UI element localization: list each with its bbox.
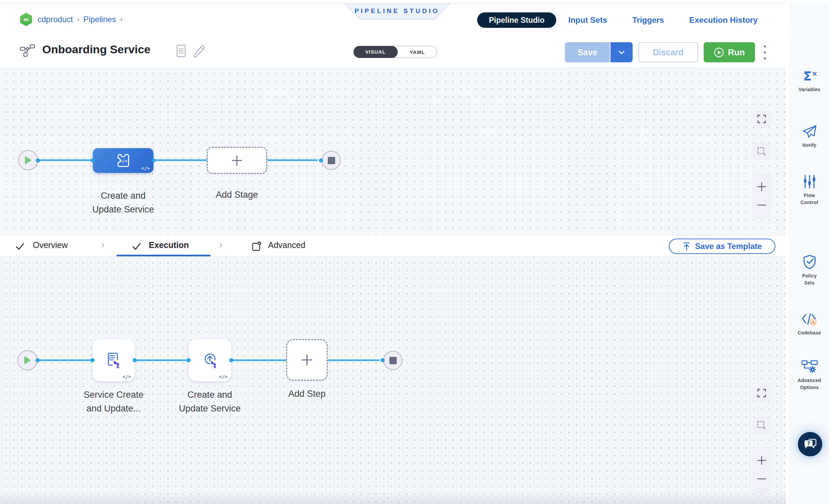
- connector-port[interactable]: [91, 158, 95, 163]
- toggle-visual[interactable]: VISUAL: [354, 46, 398, 58]
- edge-line: [328, 360, 380, 361]
- run-button[interactable]: Run: [704, 42, 755, 62]
- code-badge: </>: [219, 374, 227, 379]
- policy-shield-check-icon: [802, 255, 817, 269]
- active-tab-underline: [117, 255, 210, 256]
- chevron-right-icon: ›: [77, 15, 79, 24]
- sidebar-item-variables[interactable]: Σ × Variables: [790, 69, 829, 93]
- canvas-bottom-shadow: [0, 490, 786, 504]
- connector-port[interactable]: [381, 358, 385, 362]
- tab-execution[interactable]: Execution: [149, 240, 189, 250]
- add-step-button[interactable]: [286, 339, 328, 381]
- edge-line: [153, 159, 207, 161]
- chevron-right-icon: ›: [101, 239, 105, 251]
- check-icon: [132, 242, 141, 251]
- execution-canvas[interactable]: </> </>: [0, 257, 786, 504]
- tab-pipeline-studio[interactable]: Pipeline Studio: [477, 12, 556, 28]
- save-button[interactable]: Save: [565, 42, 610, 62]
- plus-icon: [300, 353, 314, 367]
- zoom-out-icon[interactable]: [756, 473, 767, 484]
- variables-sigma-icon: Σ ×: [801, 69, 818, 83]
- zoom-controls[interactable]: [753, 173, 771, 218]
- stop-icon: [328, 157, 335, 164]
- help-chat-button[interactable]: ?: [798, 432, 822, 457]
- sidebar-item-codebase[interactable]: Codebase: [790, 312, 829, 336]
- advanced-options-flowchart-gear-icon: [801, 359, 818, 374]
- breadcrumb-project[interactable]: cdproduct: [38, 15, 73, 24]
- tab-overview[interactable]: Overview: [33, 240, 68, 250]
- step-node-create-update-service[interactable]: </>: [189, 339, 231, 381]
- stage-node-create-and-update-service[interactable]: </> </>: [93, 148, 153, 173]
- connector-port[interactable]: [151, 158, 155, 163]
- connector-port[interactable]: [319, 158, 323, 163]
- save-as-template-button[interactable]: Save as Template: [669, 239, 776, 254]
- stage-canvas[interactable]: </> </> Create and Update Service Add St…: [0, 67, 786, 235]
- harness-cd-logo-icon[interactable]: ∞: [20, 13, 32, 26]
- breadcrumb: cdproduct › Pipelines ›: [38, 15, 122, 24]
- svg-text:</>: </>: [120, 158, 127, 164]
- save-dropdown-button[interactable]: [610, 42, 633, 62]
- tab-input-sets[interactable]: Input Sets: [568, 15, 607, 25]
- step-label: Create and Update Service: [166, 388, 253, 416]
- play-circle-icon: [714, 47, 724, 58]
- tab-triggers[interactable]: Triggers: [632, 15, 664, 25]
- top-divider: [0, 3, 786, 3]
- edge-line: [135, 360, 189, 361]
- edge-line: [231, 360, 287, 361]
- sidebar-item-policy-sets[interactable]: Policy Sets: [790, 255, 829, 287]
- connector-port[interactable]: [36, 158, 40, 163]
- pipeline-studio-app: PIPELINE STUDIO ∞ cdproduct › Pipelines …: [0, 0, 829, 504]
- tab-advanced[interactable]: Advanced: [268, 240, 305, 250]
- selection-mode-button[interactable]: [753, 417, 771, 434]
- add-stage-label: Add Stage: [204, 188, 271, 202]
- visual-yaml-toggle[interactable]: VISUAL YAML: [354, 46, 437, 58]
- pipeline-start-node[interactable]: [18, 150, 38, 170]
- readme-doc-icon[interactable]: [177, 44, 186, 57]
- plus-icon: [230, 154, 243, 167]
- connector-port[interactable]: [91, 358, 95, 362]
- advanced-gear-doc-icon: [251, 241, 262, 252]
- sidebar-item-advanced-options[interactable]: Advanced Options: [790, 359, 829, 391]
- zoom-controls[interactable]: [753, 447, 771, 492]
- connector-port[interactable]: [187, 358, 191, 362]
- service-definition-step-icon: [105, 352, 122, 369]
- more-options-kebab-icon[interactable]: [764, 45, 766, 60]
- svg-text:Σ: Σ: [803, 69, 812, 83]
- execution-start-node[interactable]: [17, 350, 38, 370]
- zoom-in-icon[interactable]: [756, 455, 767, 466]
- upload-icon: [682, 242, 691, 251]
- execution-end-node[interactable]: [383, 351, 402, 370]
- flow-control-sliders-icon: [802, 174, 817, 189]
- connector-port[interactable]: [133, 358, 137, 362]
- sidebar-item-notify[interactable]: Notify: [790, 125, 829, 149]
- svg-text:×: ×: [812, 70, 818, 78]
- zoom-out-icon[interactable]: [756, 200, 767, 210]
- pipeline-graph-icon: [20, 44, 36, 57]
- edit-pencil-icon[interactable]: [192, 44, 205, 57]
- question-chat-icon: ?: [803, 438, 817, 451]
- sidebar-item-flow-control[interactable]: Flow Control: [790, 174, 829, 206]
- fullscreen-button[interactable]: [753, 111, 771, 127]
- zoom-in-icon[interactable]: [756, 181, 767, 192]
- connector-port[interactable]: [229, 358, 233, 362]
- add-stage-button[interactable]: [207, 147, 267, 174]
- edge-line: [38, 360, 93, 361]
- svg-text:?: ?: [807, 441, 810, 447]
- marquee-select-icon: [757, 420, 767, 430]
- rollback-update-step-icon: [202, 352, 219, 369]
- stop-icon: [389, 357, 397, 364]
- breadcrumb-pipelines[interactable]: Pipelines: [83, 15, 116, 24]
- chevron-right-icon: ›: [219, 239, 222, 251]
- code-badge: </>: [123, 374, 131, 379]
- connector-port[interactable]: [36, 358, 40, 362]
- selection-mode-button[interactable]: [753, 143, 771, 160]
- stage-config-tabbar: Overview › Execution › Advanced Save as …: [0, 235, 786, 257]
- tab-execution-history[interactable]: Execution History: [689, 15, 758, 25]
- stage-label: Create and Update Service: [76, 189, 170, 216]
- right-toolbar: Σ × Variables Notify: [789, 3, 829, 504]
- toggle-yaml[interactable]: YAML: [398, 46, 437, 58]
- pipeline-end-node[interactable]: [322, 151, 341, 170]
- step-node-service-create-update[interactable]: </>: [93, 339, 135, 381]
- discard-button[interactable]: Discard: [638, 42, 698, 62]
- fullscreen-button[interactable]: [753, 385, 771, 401]
